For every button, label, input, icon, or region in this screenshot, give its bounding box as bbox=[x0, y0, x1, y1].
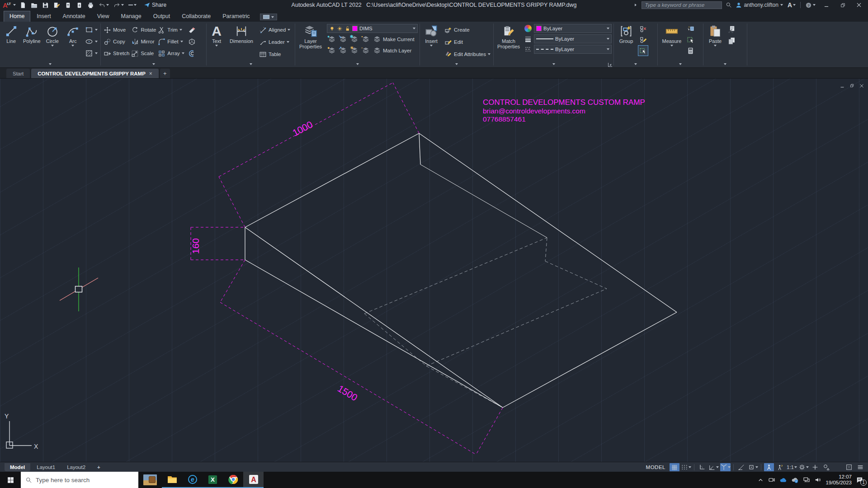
tab-manage[interactable]: Manage bbox=[116, 11, 147, 22]
workspace-dropdown-icon[interactable] bbox=[806, 466, 809, 468]
account-button[interactable]: anthony.clifton bbox=[736, 2, 783, 8]
viewport-restore-icon[interactable] bbox=[849, 83, 854, 88]
polar-dropdown-icon[interactable] bbox=[716, 466, 719, 468]
layer-off-button[interactable]: ● bbox=[327, 34, 337, 44]
object-color-combo[interactable]: ByLayer bbox=[534, 24, 612, 33]
taskbar-file-explorer[interactable] bbox=[162, 472, 182, 488]
annotation-autoscale-toggle[interactable] bbox=[775, 463, 785, 471]
fillet-dropdown-icon[interactable] bbox=[180, 41, 183, 42]
taskbar-chrome[interactable] bbox=[223, 472, 243, 488]
tab-insert[interactable]: Insert bbox=[31, 11, 56, 22]
layer-lock-button[interactable]: ▪ bbox=[361, 34, 371, 44]
layout-tab-model[interactable]: Model bbox=[5, 463, 30, 471]
match-properties-button[interactable]: Match Properties bbox=[495, 24, 522, 49]
open-file-button[interactable] bbox=[30, 1, 38, 9]
layer-select-combo[interactable]: DIMS bbox=[327, 24, 418, 33]
move-button[interactable]: Move bbox=[103, 24, 130, 36]
snap-toggle[interactable] bbox=[681, 463, 691, 471]
isodraft-toggle[interactable] bbox=[720, 463, 731, 471]
copy-clip-button[interactable] bbox=[727, 36, 736, 46]
tab-home[interactable]: Home bbox=[4, 11, 30, 22]
edit-attributes-dropdown-icon[interactable] bbox=[488, 53, 491, 55]
restore-button[interactable] bbox=[836, 0, 849, 9]
layer-unlock-button[interactable]: ▫ bbox=[361, 46, 371, 56]
osnap-dropdown-icon[interactable] bbox=[755, 466, 758, 468]
tab-collaborate[interactable]: Collaborate bbox=[176, 11, 216, 22]
edit-attributes-button[interactable]: Edit Attributes bbox=[443, 48, 491, 60]
start-button[interactable] bbox=[0, 472, 21, 488]
plot-status-button[interactable] bbox=[833, 463, 843, 471]
taskbar-autocad[interactable] bbox=[243, 472, 264, 488]
array-button[interactable]: Array bbox=[157, 47, 185, 59]
layer-unlock-icon[interactable] bbox=[344, 26, 350, 32]
groups-panel-expander[interactable] bbox=[614, 61, 657, 67]
isolate-objects-button[interactable] bbox=[821, 463, 831, 471]
text-dropdown-icon[interactable] bbox=[215, 45, 218, 47]
arc-button[interactable]: Arc bbox=[64, 24, 83, 47]
file-tab-active[interactable]: CONTROL DEVELOPMENTS GRIPPY RAMP × bbox=[31, 69, 159, 78]
stretch-button[interactable]: Stretch bbox=[103, 47, 130, 59]
annotation-scale-button[interactable]: 1:1 bbox=[787, 463, 797, 471]
add-layout-button[interactable]: + bbox=[92, 463, 106, 471]
select-similar-button[interactable] bbox=[686, 35, 695, 45]
redo-button[interactable] bbox=[113, 1, 125, 9]
minimize-button[interactable] bbox=[820, 0, 833, 9]
circle-button[interactable]: Circle bbox=[43, 24, 62, 47]
copy-button[interactable]: Copy bbox=[103, 36, 130, 47]
cloud-sync-icon[interactable] bbox=[791, 476, 799, 484]
properties-panel-expander[interactable] bbox=[494, 61, 613, 67]
properties-dialog-launcher[interactable] bbox=[608, 63, 612, 67]
object-snap-tracking-toggle[interactable] bbox=[736, 463, 746, 471]
redo-dropdown-icon[interactable] bbox=[121, 4, 124, 6]
close-button[interactable] bbox=[853, 0, 865, 9]
grid-toggle[interactable] bbox=[670, 463, 679, 471]
modify-panel-expander[interactable] bbox=[101, 61, 206, 67]
layer-isolate-button[interactable]: ↘ bbox=[338, 34, 348, 44]
search-icon[interactable] bbox=[726, 2, 732, 8]
create-block-button[interactable]: Create bbox=[443, 24, 491, 36]
workspace-switching-button[interactable] bbox=[798, 463, 809, 471]
quick-calculator-button[interactable] bbox=[686, 46, 695, 56]
file-tab-close-icon[interactable]: × bbox=[149, 70, 152, 77]
volume-icon[interactable] bbox=[814, 476, 821, 483]
layout-tab-layout2[interactable]: Layout2 bbox=[61, 463, 91, 471]
aligned-button[interactable]: Aligned bbox=[258, 24, 291, 36]
taskbar-internet-explorer[interactable] bbox=[182, 472, 203, 488]
save-as-button[interactable] bbox=[52, 1, 61, 9]
polyline-button[interactable]: Polyline bbox=[23, 24, 42, 44]
clean-screen-button[interactable] bbox=[844, 463, 854, 471]
circle-dropdown-icon[interactable] bbox=[51, 45, 54, 47]
arc-dropdown-icon[interactable] bbox=[71, 45, 74, 47]
rectangle-button[interactable] bbox=[84, 25, 99, 35]
linetype-combo[interactable]: ByLayer bbox=[534, 45, 612, 54]
annotation-panel-expander[interactable] bbox=[207, 61, 295, 67]
viewport-close-icon[interactable] bbox=[859, 83, 864, 89]
layer-unisolate-button[interactable]: ↗ bbox=[338, 46, 348, 56]
network-icon[interactable] bbox=[803, 476, 810, 483]
viewport-minimize-icon[interactable] bbox=[840, 83, 845, 89]
paste-button[interactable]: Paste bbox=[705, 24, 725, 47]
make-current-button[interactable]: Make Current bbox=[372, 34, 415, 44]
save-to-mobile-button[interactable] bbox=[64, 1, 72, 9]
taskbar-clock[interactable]: 12:07 19/05/2023 bbox=[826, 474, 852, 486]
leader-dropdown-icon[interactable] bbox=[287, 41, 289, 43]
customize-quick-access-button[interactable] bbox=[127, 4, 137, 6]
onedrive-icon[interactable] bbox=[779, 476, 787, 484]
ortho-toggle[interactable] bbox=[697, 463, 707, 471]
model-space-viewport[interactable]: 1000 160 1500 Y X CONTROL DEVELOPMENTS C… bbox=[0, 79, 868, 462]
insert-dropdown-icon[interactable] bbox=[430, 45, 433, 47]
task-view-button[interactable] bbox=[138, 472, 162, 488]
rotate-button[interactable]: Rotate bbox=[130, 24, 157, 36]
object-snap-toggle[interactable] bbox=[748, 463, 758, 471]
dimension-button[interactable]: Dimension bbox=[227, 24, 255, 44]
ungroup-button[interactable] bbox=[638, 24, 648, 34]
autocad-logo-icon[interactable]: ALT bbox=[3, 1, 10, 9]
layer-color-swatch[interactable] bbox=[352, 26, 358, 31]
help-search-input[interactable] bbox=[642, 1, 722, 9]
tab-parametric[interactable]: Parametric bbox=[217, 11, 255, 22]
layer-on-all-button[interactable]: ● bbox=[327, 46, 337, 56]
isodraft-dropdown-icon[interactable] bbox=[728, 466, 731, 468]
tab-view[interactable]: View bbox=[92, 11, 115, 22]
group-button[interactable]: Group bbox=[616, 24, 637, 44]
measure-dropdown-icon[interactable] bbox=[670, 45, 673, 47]
